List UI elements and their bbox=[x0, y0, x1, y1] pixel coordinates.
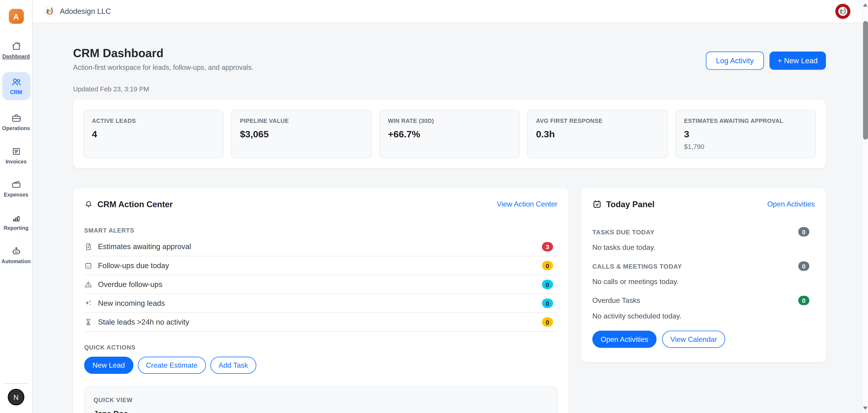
overdue-tasks-row: Overdue Tasks 0 bbox=[592, 296, 815, 305]
hourglass-icon bbox=[84, 318, 92, 326]
page-subtitle: Action-first workspace for leads, follow… bbox=[73, 64, 706, 71]
quick-new-lead-button[interactable]: New Lead bbox=[84, 357, 133, 374]
stat-subvalue: $1,790 bbox=[684, 143, 807, 150]
quick-view-card: QUICK VIEW Jane Doe Doe Inc | Added Feb … bbox=[84, 386, 557, 413]
stat-value: 0.3h bbox=[536, 129, 659, 140]
calls-meetings-row: CALLS & MEETINGS TODAY 0 bbox=[592, 261, 815, 271]
account-avatar[interactable] bbox=[835, 4, 850, 19]
sidebar-item-label: Dashboard bbox=[2, 53, 30, 59]
company-name: Adodesign LLC bbox=[60, 7, 111, 16]
stat-label: WIN RATE (30D) bbox=[388, 117, 511, 124]
calls-meetings-empty: No calls or meetings today. bbox=[592, 277, 815, 286]
view-action-center-link[interactable]: View Action Center bbox=[497, 200, 558, 208]
view-calendar-button[interactable]: View Calendar bbox=[662, 331, 725, 348]
open-activities-button[interactable]: Open Activities bbox=[592, 331, 656, 348]
alert-row-overdue-followups[interactable]: Overdue follow-ups 0 bbox=[84, 275, 557, 294]
robot-icon bbox=[11, 246, 21, 256]
sidebar-item-label: Expenses bbox=[4, 191, 28, 198]
crm-people-icon bbox=[11, 77, 21, 88]
smart-alerts-heading: SMART ALERTS bbox=[84, 227, 557, 234]
sidebar-nav: Dashboard CRM Operatio bbox=[0, 39, 32, 266]
alert-label: Overdue follow-ups bbox=[98, 280, 162, 289]
tasks-due-label: TASKS DUE TODAY bbox=[592, 229, 654, 235]
calendar-check-icon bbox=[592, 200, 602, 209]
stat-label: AVG FIRST RESPONSE bbox=[536, 117, 659, 124]
warning-icon bbox=[84, 280, 92, 289]
no-activity-empty: No activity scheduled today. bbox=[592, 312, 815, 320]
vertical-scrollbar[interactable] bbox=[862, 0, 868, 413]
scroll-up-arrow-icon[interactable] bbox=[863, 3, 868, 7]
sidebar-divider bbox=[4, 383, 28, 384]
calendar-icon: Fri bbox=[84, 261, 92, 270]
app-root: ADO DESIGN A Dashboard bbox=[0, 0, 868, 413]
company-logo-icon[interactable] bbox=[44, 6, 55, 17]
smart-alerts-list: Estimates awaiting approval 3 Fri Follow… bbox=[84, 238, 557, 332]
page-header: CRM Dashboard Action-first workspace for… bbox=[73, 23, 826, 71]
action-center-title: CRM Action Center bbox=[97, 200, 173, 209]
stat-value: 4 bbox=[92, 129, 215, 140]
app-logo-badge[interactable]: A bbox=[9, 9, 24, 24]
page-title: CRM Dashboard bbox=[73, 47, 706, 60]
svg-text:Fri: Fri bbox=[87, 265, 90, 267]
scroll-down-arrow-icon[interactable] bbox=[863, 407, 868, 410]
sidebar-item-dashboard[interactable]: Dashboard bbox=[2, 39, 30, 61]
sidebar-item-label: Operations bbox=[2, 125, 30, 131]
overdue-tasks-label: Overdue Tasks bbox=[592, 296, 640, 305]
sidebar-item-reporting[interactable]: Reporting bbox=[2, 210, 30, 233]
alert-row-stale-leads[interactable]: Stale leads >24h no activity 0 bbox=[84, 313, 557, 332]
open-activities-link[interactable]: Open Activities bbox=[767, 200, 815, 208]
overdue-tasks-badge: 0 bbox=[798, 296, 809, 305]
stat-value: +66.7% bbox=[388, 129, 511, 140]
sidebar-item-label: Reporting bbox=[4, 225, 29, 231]
stat-avg-first-response: AVG FIRST RESPONSE 0.3h bbox=[527, 110, 668, 158]
alert-row-followups-today[interactable]: Fri Follow-ups due today 0 bbox=[84, 256, 557, 275]
last-updated: Updated Feb 23, 3:19 PM bbox=[73, 85, 826, 93]
new-lead-button[interactable]: + New Lead bbox=[769, 52, 826, 70]
user-avatar[interactable]: N bbox=[8, 389, 24, 405]
alert-count-badge: 0 bbox=[542, 280, 553, 289]
alert-row-estimates[interactable]: Estimates awaiting approval 3 bbox=[84, 238, 557, 256]
calls-meetings-label: CALLS & MEETINGS TODAY bbox=[592, 263, 682, 269]
sidebar-item-crm[interactable]: CRM bbox=[2, 72, 30, 100]
tasks-due-badge: 0 bbox=[798, 227, 809, 237]
stat-value: 3 bbox=[684, 129, 807, 140]
stat-pipeline-value: PIPELINE VALUE $3,065 bbox=[231, 110, 372, 158]
alert-count-badge: 3 bbox=[542, 242, 553, 252]
quick-create-estimate-button[interactable]: Create Estimate bbox=[137, 357, 206, 374]
briefcase-icon bbox=[11, 113, 21, 123]
stat-estimates-awaiting: ESTIMATES AWAITING APPROVAL 3 $1,790 bbox=[675, 110, 816, 158]
bar-chart-icon bbox=[11, 213, 21, 223]
sidebar-item-automation[interactable]: Automation bbox=[2, 244, 30, 266]
kpi-stats-row: ACTIVE LEADS 4 PIPELINE VALUE $3,065 WIN… bbox=[73, 100, 826, 169]
sidebar-item-operations[interactable]: Operations bbox=[2, 111, 30, 134]
sidebar-item-label: CRM bbox=[10, 89, 22, 95]
stat-label: ACTIVE LEADS bbox=[92, 117, 215, 124]
sidebar-footer: N bbox=[0, 383, 32, 413]
stat-active-leads: ACTIVE LEADS 4 bbox=[83, 110, 224, 158]
file-text-icon bbox=[84, 242, 92, 251]
sidebar-item-expenses[interactable]: Expenses bbox=[2, 177, 30, 200]
sparkles-icon bbox=[84, 299, 92, 307]
alert-label: New incoming leads bbox=[98, 299, 165, 307]
scrollbar-thumb[interactable] bbox=[863, 21, 868, 140]
topbar: Adodesign LLC bbox=[33, 0, 862, 23]
stat-label: ESTIMATES AWAITING APPROVAL bbox=[684, 117, 807, 124]
crm-action-center-card: CRM Action Center View Action Center SMA… bbox=[73, 188, 569, 413]
main-content: CRM Dashboard Action-first workspace for… bbox=[33, 23, 862, 413]
alert-count-badge: 0 bbox=[542, 298, 553, 308]
home-icon bbox=[11, 41, 21, 52]
stat-value: $3,065 bbox=[240, 129, 363, 140]
alert-label: Estimates awaiting approval bbox=[98, 242, 191, 251]
wallet-icon bbox=[11, 179, 21, 190]
today-panel-card: Today Panel Open Activities TASKS DUE TO… bbox=[581, 188, 826, 362]
quick-add-task-button[interactable]: Add Task bbox=[210, 357, 256, 374]
sidebar-item-invoices[interactable]: Invoices bbox=[2, 144, 30, 167]
alert-label: Stale leads >24h no activity bbox=[98, 318, 189, 326]
calls-meetings-badge: 0 bbox=[798, 261, 809, 271]
alert-row-new-leads[interactable]: New incoming leads 0 bbox=[84, 294, 557, 313]
log-activity-button[interactable]: Log Activity bbox=[706, 52, 764, 70]
invoice-icon bbox=[11, 146, 21, 157]
quick-actions-heading: QUICK ACTIONS bbox=[84, 344, 557, 350]
sidebar-item-label: Automation bbox=[1, 258, 31, 264]
alert-count-badge: 0 bbox=[542, 261, 553, 270]
